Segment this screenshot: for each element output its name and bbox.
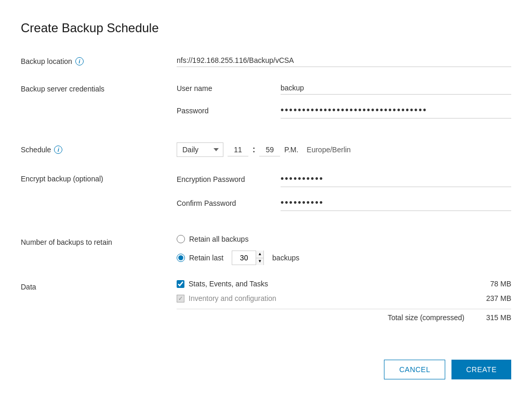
retain-last-radio[interactable] [177, 254, 185, 262]
total-size: 315 MB [475, 313, 511, 322]
spinner-up-button[interactable]: ▲ [256, 251, 263, 258]
dialog-title: Create Backup Schedule [21, 21, 511, 35]
stats-size: 78 MB [475, 280, 511, 288]
retain-all-row: Retain all backups [177, 235, 511, 243]
password-dots: •••••••••••••••••••••••••••••••••• [281, 103, 511, 118]
frequency-select[interactable]: Daily Weekly Monthly [177, 142, 223, 157]
enc-password-row: Encryption Password •••••••••• [177, 172, 511, 187]
schedule-content: Daily Weekly Monthly : P.M. Europe/Berli… [177, 142, 511, 157]
credentials-section: Backup server credentials User name Pass… [21, 82, 511, 128]
cancel-button[interactable]: CANCEL [384, 360, 445, 379]
retain-count-spinner: ▲ ▼ [256, 251, 263, 265]
backup-location-input[interactable] [177, 54, 511, 67]
schedule-label: Schedule i [21, 142, 177, 154]
enc-password-dots: •••••••••• [281, 172, 511, 187]
retain-content: Retain all backups Retain last ▲ ▼ backu… [177, 235, 511, 265]
backup-location-section: Backup location i [21, 54, 511, 67]
stats-row: Stats, Events, and Tasks 78 MB [177, 280, 511, 288]
data-label: Data [21, 280, 177, 291]
create-backup-dialog: Create Backup Schedule Backup location i… [0, 0, 532, 395]
backup-location-content [177, 54, 511, 67]
total-row: Total size (compressed) 315 MB [177, 309, 511, 322]
backup-location-label: Backup location i [21, 54, 177, 65]
inventory-label: Inventory and configuration [189, 294, 471, 302]
spinner-down-button[interactable]: ▼ [256, 258, 263, 266]
backup-location-info-icon[interactable]: i [75, 57, 84, 65]
credentials-content: User name Password •••••••••••••••••••••… [177, 82, 511, 128]
password-row: Password •••••••••••••••••••••••••••••••… [177, 103, 511, 118]
retain-last-suffix: backups [272, 254, 299, 262]
username-row: User name [177, 82, 511, 95]
retain-all-label: Retain all backups [189, 235, 248, 243]
data-content: Stats, Events, and Tasks 78 MB Inventory… [177, 280, 511, 322]
credentials-label: Backup server credentials [21, 82, 177, 93]
hour-input[interactable] [228, 143, 248, 156]
dialog-actions: CANCEL CREATE [21, 344, 511, 379]
encrypt-section: Encrypt backup (optional) Encryption Pas… [21, 172, 511, 220]
retain-section: Number of backups to retain Retain all b… [21, 235, 511, 265]
encrypt-content: Encryption Password •••••••••• Confirm P… [177, 172, 511, 220]
username-input[interactable] [281, 82, 511, 95]
encrypt-label: Encrypt backup (optional) [21, 172, 177, 183]
time-separator: : [252, 145, 255, 154]
data-section: Data Stats, Events, and Tasks 78 MB Inve… [21, 280, 511, 322]
username-label: User name [177, 84, 281, 93]
retain-radio-group: Retain all backups Retain last ▲ ▼ backu… [177, 235, 511, 265]
minute-input[interactable] [259, 143, 280, 156]
enc-password-label: Encryption Password [177, 175, 281, 183]
retain-count-input[interactable] [232, 251, 256, 265]
confirm-password-dots: •••••••••• [281, 195, 511, 211]
timezone-label: Europe/Berlin [307, 146, 351, 154]
schedule-row: Daily Weekly Monthly : P.M. Europe/Berli… [177, 142, 511, 157]
schedule-section: Schedule i Daily Weekly Monthly : P.M. E… [21, 142, 511, 157]
ampm-label: P.M. [284, 146, 298, 154]
retain-label: Number of backups to retain [21, 235, 177, 246]
confirm-password-row: Confirm Password •••••••••• [177, 195, 511, 211]
schedule-info-icon[interactable]: i [54, 146, 62, 154]
retain-last-row: Retain last ▲ ▼ backups [177, 251, 511, 265]
retain-count-wrap: ▲ ▼ [232, 251, 264, 265]
confirm-password-label: Confirm Password [177, 199, 281, 207]
stats-label: Stats, Events, and Tasks [189, 280, 471, 288]
inventory-checkbox [177, 295, 184, 302]
password-label: Password [177, 107, 281, 115]
inventory-size: 237 MB [475, 294, 511, 302]
retain-last-label: Retain last [189, 254, 223, 262]
stats-checkbox[interactable] [177, 280, 184, 288]
total-label: Total size (compressed) [177, 313, 475, 322]
retain-all-radio[interactable] [177, 235, 185, 243]
inventory-row: Inventory and configuration 237 MB [177, 294, 511, 302]
create-button[interactable]: CREATE [451, 360, 511, 379]
